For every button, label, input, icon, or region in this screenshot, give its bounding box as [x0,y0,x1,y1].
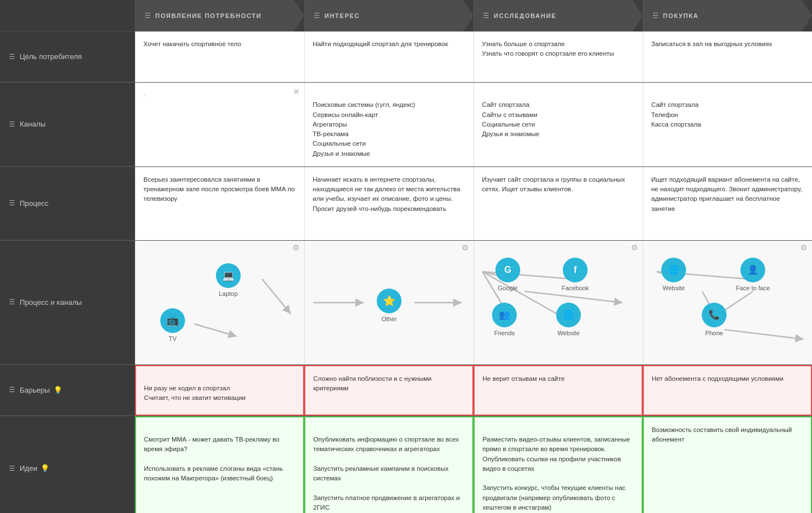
website4-label: Website [662,285,685,291]
row-kanaly: ☰ Каналы - ✕ Поисковые системы (гугл, ян… [0,83,812,167]
menu-icon-purchase: ☰ [652,12,658,20]
facebook-icon: f [563,258,588,282]
node-facetoface: 👤 Face to face [736,258,770,291]
menu-icon-need: ☰ [145,12,151,20]
proc-kanaly-cell-1: ⚙ 💻 Laptop 📺 TV [135,241,304,364]
menu-icon-interest: ☰ [314,12,320,20]
process-cell-2: Начинает искать в интернете спортзалы, н… [304,167,473,240]
stage-header-interest: ☰ ИНТЕРЕС [304,0,473,32]
google-icon: G [495,258,520,282]
website3-label: Website [557,330,580,336]
menu-icon-process: ☰ [9,199,15,207]
facebook-label: Facebook [562,285,589,291]
process-cell-1: Всерьез заинтересовался занятиями в трен… [135,167,304,240]
menu-icon-research: ☰ [483,12,489,20]
other-label: Other [381,316,397,322]
sidebar-proc-kanaly: ☰ Процесс и каналы [0,241,135,364]
facetoface-icon: 👤 [741,258,765,282]
barriers-cell-1: Ни разу не ходил в спортзал Считает, что… [135,365,304,416]
ideas-cell-2: Опубликовать информацию о спортзале во в… [304,416,473,513]
google-label: Google [498,285,517,291]
menu-icon-kanaly: ☰ [9,120,15,128]
close-btn-kanaly[interactable]: ✕ [293,86,300,98]
svg-line-8 [525,291,622,303]
friends-icon: 👥 [492,303,517,327]
ideas-cell-1: Смотрит ММА - может давать ТВ-рекламу во… [135,416,304,513]
stage-label-interest: ИНТЕРЕС [324,12,360,19]
friends-label: Friends [494,330,515,336]
ideas-cell-4: Возможность составить свой индивидуальны… [643,416,812,513]
label-barriers: Барьеры [20,386,50,394]
kanaly-cell-4: Сайт спортзала Телефон Касса спортзала [643,83,812,166]
stage-header-research: ☰ ИССЛЕДОВАНИЕ [473,0,643,32]
arrows-svg-1 [136,241,304,364]
tsel-cell-3: Узнать больше о спортзале Узнать что гов… [473,32,643,82]
menu-icon-proc-kanaly: ☰ [9,298,15,306]
kanaly-cell-2: Поисковые системы (гугл, яндекс) Сервисы… [304,83,473,166]
facetoface-label: Face to face [736,285,770,291]
process-cell-3: Изучает сайт спортзала и группы в социал… [473,167,643,240]
label-kanaly: Каналы [20,120,46,128]
phone-icon: 📞 [702,303,727,327]
website4-icon: 🌐 [661,258,686,282]
stage-label-purchase: ПОКУПКА [663,12,698,19]
website3-icon: 🌐 [556,303,581,327]
node-phone: 📞 Phone [702,303,727,336]
svg-line-0 [262,279,291,314]
stage-label-need: ПОЯВЛЕНИЕ ПОТРЕБНОСТИ [155,12,261,19]
process-cell-4: Ищет подходящий вариант абонемента на са… [643,167,812,240]
node-website3: 🌐 Website [556,303,581,336]
kanaly-cell-1: - ✕ [135,83,304,166]
row-process: ☰ Процесс Всерьез заинтересовался заняти… [0,167,812,241]
tsel-cell-1: Хочет накачать спортивное тело [135,32,304,82]
tsel-cell-2: Найти подходящий спортзал для тренировок [304,32,473,82]
row-tsel: ☰ Цель потребителя Хочет накачать спорти… [0,32,812,83]
svg-line-13 [724,330,804,339]
sidebar-process: ☰ Процесс [0,167,135,240]
svg-line-1 [195,324,237,336]
menu-icon-tsel: ☰ [9,53,15,61]
node-other: ⭐ Other [377,289,402,322]
node-friends: 👥 Friends [492,303,517,336]
tsel-cell-4: Записаться в зал на выгодных условиях [643,32,812,82]
proc-kanaly-cell-2: ⚙ ⭐ Other [304,241,473,364]
sidebar-barriers: ☰ Барьеры 💡 [0,365,135,416]
other-icon: ⭐ [377,289,402,313]
node-google: G Google [495,258,520,291]
menu-icon-barriers: ☰ [9,386,15,394]
barriers-cell-2: Сложно найти поблизости и с нужными крит… [304,365,473,416]
node-facebook: f Facebook [562,258,589,291]
kanaly-dash: - [143,92,146,98]
label-process: Процесс [20,199,48,208]
row-ideas: ☰ Идеи 💡 Смотрит ММА - может давать ТВ-р… [0,416,812,513]
sidebar-tsel: ☰ Цель потребителя [0,32,135,82]
stage-headers: ☰ ПОЯВЛЕНИЕ ПОТРЕБНОСТИ ☰ ИНТЕРЕС ☰ ИССЛ… [135,0,812,32]
bulb-barriers: 💡 [53,386,62,394]
kanaly-cell-3: Сайт спортзала Сайты с отзывами Социальн… [473,83,643,166]
sidebar-kanaly: ☰ Каналы [0,83,135,166]
ideas-cell-3: Разместить видео-отзывы клиентов, записа… [473,416,643,513]
label-tsel: Цель потребителя [20,52,82,61]
proc-kanaly-cell-4: ⚙ 🌐 Website 👤 Face [643,241,812,364]
proc-kanaly-cell-3: ⚙ G Google f [473,241,643,364]
stage-header-need: ☰ ПОЯВЛЕНИЕ ПОТРЕБНОСТИ [135,0,304,32]
menu-icon-ideas: ☰ [9,465,15,472]
stage-label-research: ИССЛЕДОВАНИЕ [494,12,557,19]
row-barriers: ☰ Барьеры 💡 Ни разу не ходил в спортзал … [0,365,812,416]
node-website4: 🌐 Website [661,258,686,291]
label-proc-kanaly: Процесс и каналы [20,298,82,307]
barriers-cell-3: Не верит отзывам на сайте [473,365,643,416]
phone-label: Phone [705,330,723,336]
sidebar-ideas: ☰ Идеи 💡 [0,416,135,513]
row-proc-kanaly: ☰ Процесс и каналы ⚙ 💻 Laptop 📺 TV [0,241,812,365]
barriers-cell-4: Нет абонемента с подходящими условиями [643,365,812,416]
bulb-ideas: 💡 [40,464,49,472]
label-ideas: Идеи [20,464,37,472]
sidebar-header [0,0,135,32]
stage-header-purchase: ☰ ПОКУПКА [643,0,812,32]
